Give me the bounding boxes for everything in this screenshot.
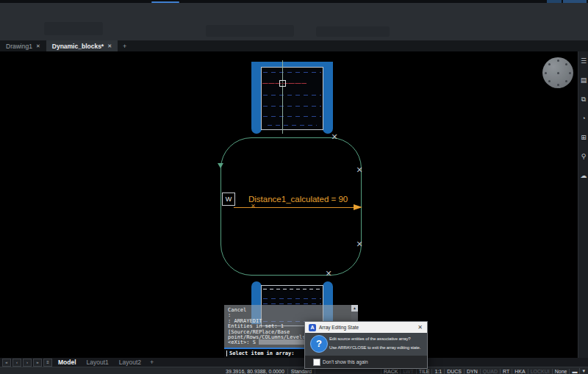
clipboard-icon[interactable]: ⧉ [578, 93, 588, 105]
doc-tab-label: Drawing1 [6, 43, 32, 50]
ribbon-blur-shape [206, 25, 294, 37]
array-editing-state-dialog: A Array Editing State ✕ ? Edit source en… [304, 321, 428, 369]
toggle-scale[interactable]: 1:1 [431, 369, 444, 374]
compass-dot [569, 72, 571, 74]
right-panel-strip: ☰ ▤ ⧉ ◔ ⊞ ⚲ ☁ [578, 51, 588, 358]
compass-dot [557, 60, 559, 62]
dimension-arrowhead-icon [354, 204, 362, 210]
toggle-hka[interactable]: HKA [512, 369, 527, 374]
first-tab-button[interactable]: « [2, 359, 11, 367]
dashed-line [263, 303, 321, 304]
compass-dot [548, 63, 551, 65]
dialog-title: Array Editing State [319, 325, 359, 330]
doc-tab-dynamic-blocks[interactable]: Dynamic_blocks* ✕ [46, 40, 118, 51]
dimension-label[interactable]: Distance1_calculated = 90 [248, 195, 348, 204]
array-item-marker: ✕ [355, 240, 364, 248]
chevron-down-icon[interactable]: ▾ [579, 368, 587, 374]
width-parameter-marker[interactable]: W [222, 193, 235, 206]
scroll-up-icon[interactable]: ▲ [351, 305, 358, 312]
dont-show-again-label: Don't show this again [323, 359, 368, 364]
compass-dot [565, 63, 567, 65]
question-icon: ? [310, 335, 328, 353]
light-icon[interactable]: ⚲ [578, 151, 588, 162]
tab-layout1[interactable]: Layout1 [82, 359, 113, 366]
toggle-lockui[interactable]: LOCKUI [528, 369, 552, 374]
ribbon-blur-shape [316, 26, 390, 37]
toggle-lwt[interactable]: LWT [400, 369, 415, 374]
hatch-icon[interactable]: ◔ [578, 112, 588, 124]
blocks-icon[interactable]: ⊞ [578, 132, 588, 143]
toggle-strack[interactable]: RACK [381, 369, 400, 374]
view-compass[interactable] [542, 57, 573, 88]
top-strap-left-leg[interactable] [251, 62, 262, 134]
command-history-line: Cancel [228, 307, 349, 312]
current-style[interactable]: Standard [288, 369, 315, 374]
coordinates-readout: 39.3916, 80.9388, 0.0000 [223, 369, 288, 374]
status-bar: 39.3916, 80.9388, 0.0000 Standard RACK L… [0, 367, 588, 374]
last-tab-button[interactable]: » [33, 359, 42, 367]
doc-tab-label: Dynamic_blocks* [52, 43, 104, 50]
polyline-direction-arrow [218, 163, 223, 168]
compass-dot [545, 72, 547, 74]
filter-icon[interactable]: ☰ [578, 55, 588, 67]
drawing-canvas[interactable]: ✕ ✕ ✕ ✕ W Distance1_calculated = 90 ✕ Ca… [0, 51, 588, 358]
bricscad-window: Drawing1 ✕ Dynamic_blocks* ✕ + ✕ ✕ ✕ ✕ [0, 0, 588, 374]
dialog-message-line1: Edit source entities of the associative … [329, 337, 411, 341]
lineweight-icon[interactable]: ▬ [569, 369, 579, 374]
compass-dot [557, 84, 559, 86]
new-tab-button[interactable]: + [118, 40, 132, 51]
app-icon: A [309, 324, 316, 331]
array-item-marker: ✕ [355, 165, 364, 174]
compass-center-dot [557, 72, 559, 74]
close-icon[interactable]: ✕ [107, 43, 112, 49]
dimension-x-marker: ✕ [251, 203, 256, 209]
dashed-line [263, 72, 321, 73]
toggle-tile[interactable]: TILE [416, 369, 432, 374]
dont-show-again-checkbox[interactable] [313, 359, 320, 366]
document-tab-bar: Drawing1 ✕ Dynamic_blocks* ✕ + [0, 40, 588, 51]
top-strap-block[interactable] [261, 67, 323, 130]
watch-case-polyline[interactable] [220, 137, 362, 276]
dialog-message-line2: Use ARRAYCLOSE to exit the array editing… [329, 345, 420, 350]
compass-dot [548, 80, 551, 82]
tab-layout2[interactable]: Layout2 [115, 359, 146, 366]
dashed-line [263, 298, 321, 299]
close-icon[interactable]: ✕ [417, 324, 423, 331]
dashed-line [263, 289, 321, 290]
close-icon[interactable]: ✕ [36, 43, 40, 49]
command-history-line: : [228, 312, 349, 317]
dashed-line [263, 95, 321, 96]
dashed-line [263, 106, 321, 107]
compass-dot [565, 80, 567, 82]
tab-list-button[interactable]: ≡ [43, 359, 52, 367]
tab-model[interactable]: Model [54, 359, 81, 366]
prev-tab-button[interactable]: ‹ [12, 359, 21, 367]
next-tab-button[interactable]: › [23, 359, 32, 367]
dashed-line [268, 125, 317, 126]
toggle-ducs[interactable]: DUCS [444, 369, 464, 374]
ribbon-area [0, 3, 588, 41]
dialog-footer: Don't show this again [305, 356, 427, 368]
ribbon-blur-shape [44, 22, 103, 35]
pickbox-cursor [279, 80, 286, 87]
array-item-marker: ✕ [324, 269, 333, 278]
toggle-none[interactable]: None [552, 369, 570, 374]
dialog-title-bar[interactable]: A Array Editing State ✕ [305, 322, 427, 333]
toggle-quad[interactable]: QUAD [480, 369, 500, 374]
text-cursor [226, 350, 227, 356]
layers-icon[interactable]: ▤ [578, 74, 588, 86]
coordinates-group: 39.3916, 80.9388, 0.0000 Standard [223, 367, 315, 374]
dashed-line [263, 116, 321, 117]
command-prompt: Select item in array: [229, 350, 295, 356]
toggle-dyn[interactable]: DYN [464, 369, 480, 374]
doc-tab-drawing1[interactable]: Drawing1 ✕ [0, 40, 46, 51]
cloud-icon[interactable]: ☁ [578, 170, 588, 181]
top-strap-right-leg[interactable] [323, 62, 333, 134]
crosshair-cursor-vertical [282, 60, 283, 134]
toggle-rt[interactable]: RT [500, 369, 512, 374]
array-item-marker: ✕ [330, 132, 339, 141]
add-layout-button[interactable]: + [147, 359, 157, 366]
dialog-body: ? Edit source entities of the associativ… [305, 333, 427, 356]
layout-tab-bar: « ‹ › » ≡ Model Layout1 Layout2 + [0, 358, 588, 367]
